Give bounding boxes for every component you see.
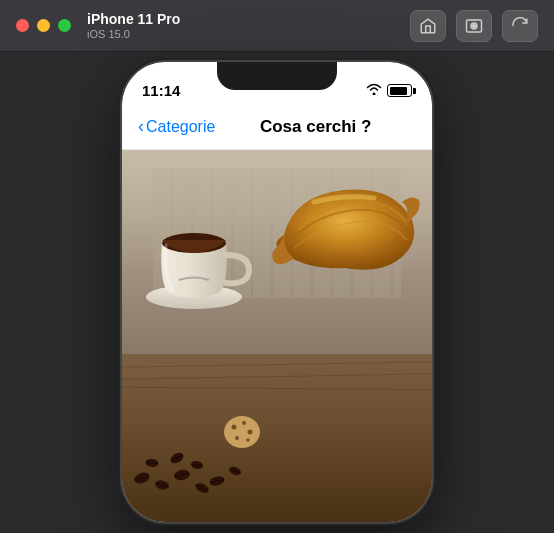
svg-point-10	[246, 438, 250, 442]
grain-3	[122, 387, 432, 391]
status-icons	[366, 83, 412, 98]
rotate-button[interactable]	[502, 10, 538, 42]
croissant-svg	[264, 180, 424, 300]
coffee-cup-svg	[144, 205, 254, 310]
nav-title: Cosa cerchi ?	[215, 117, 416, 137]
device-info: iPhone 11 Pro iOS 15.0	[87, 11, 180, 40]
home-button[interactable]	[410, 10, 446, 42]
coffee-cup-area	[144, 205, 254, 314]
beans-svg	[127, 443, 327, 498]
svg-point-7	[242, 421, 246, 425]
wifi-icon	[366, 83, 382, 98]
notch	[217, 62, 337, 90]
back-button[interactable]: ‹ Categorie	[138, 117, 215, 137]
svg-point-8	[248, 429, 253, 434]
content-area	[122, 150, 432, 522]
simulator-area: 11:14	[0, 52, 554, 533]
screenshot-button[interactable]	[456, 10, 492, 42]
close-button[interactable]	[16, 19, 29, 32]
back-label: Categorie	[146, 118, 215, 136]
titlebar: iPhone 11 Pro iOS 15.0	[0, 0, 554, 52]
minimize-button[interactable]	[37, 19, 50, 32]
window-controls	[16, 19, 71, 32]
titlebar-actions	[410, 10, 538, 42]
back-chevron-icon: ‹	[138, 116, 144, 137]
nav-bar: ‹ Categorie Cosa cerchi ?	[122, 106, 432, 150]
screen: 11:14	[122, 62, 432, 522]
beans-area	[127, 443, 327, 502]
grain-2	[122, 373, 432, 379]
status-time: 11:14	[142, 82, 180, 99]
device-os: iOS 15.0	[87, 28, 180, 40]
grain-1	[122, 361, 432, 367]
croissant-area	[264, 180, 424, 304]
food-image	[122, 150, 432, 522]
device-name: iPhone 11 Pro	[87, 11, 180, 28]
maximize-button[interactable]	[58, 19, 71, 32]
svg-point-2	[473, 24, 476, 27]
svg-point-6	[232, 424, 237, 429]
battery-icon	[387, 84, 412, 97]
iphone-frame: 11:14	[122, 62, 432, 522]
svg-point-9	[235, 436, 239, 440]
